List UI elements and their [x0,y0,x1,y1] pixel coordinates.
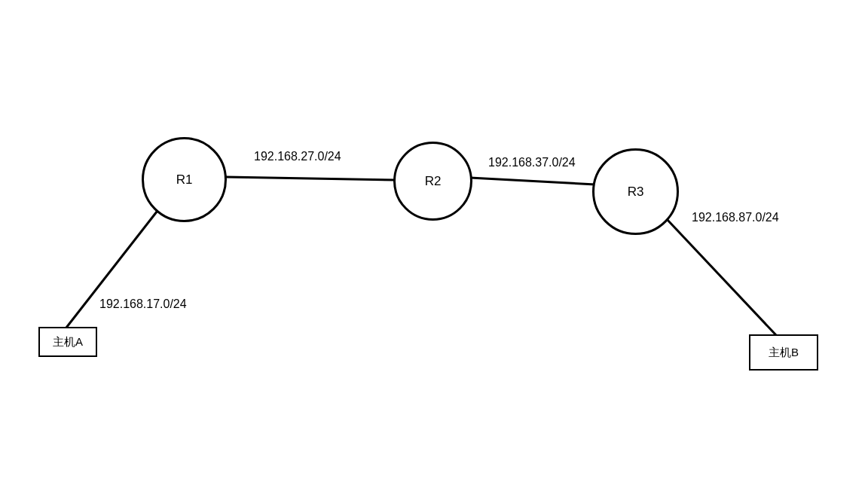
host-a-label: 主机A [53,335,83,349]
host-b-label: 主机B [769,346,799,360]
host-a: 主机A [38,327,97,357]
link-layer [0,0,868,488]
subnet-label-a-r1: 192.168.17.0/24 [99,297,187,311]
router-r1: R1 [142,137,227,222]
subnet-label-r3-b: 192.168.87.0/24 [692,211,779,224]
router-r3: R3 [592,148,679,235]
subnet-label-r2-r3: 192.168.37.0/24 [488,156,576,169]
router-r3-label: R3 [628,185,644,200]
subnet-label-r1-r2: 192.168.27.0/24 [254,150,341,163]
router-r2-label: R2 [425,174,442,189]
link-r1-r2 [226,177,396,180]
host-b: 主机B [749,334,818,371]
router-r2: R2 [393,142,472,221]
router-r1-label: R1 [176,172,193,188]
link-r2-r3 [470,178,595,185]
link-r3-hostb [666,218,776,335]
diagram-canvas: R1 R2 R3 主机A 主机B 192.168.17.0/24 192.168… [0,0,868,488]
